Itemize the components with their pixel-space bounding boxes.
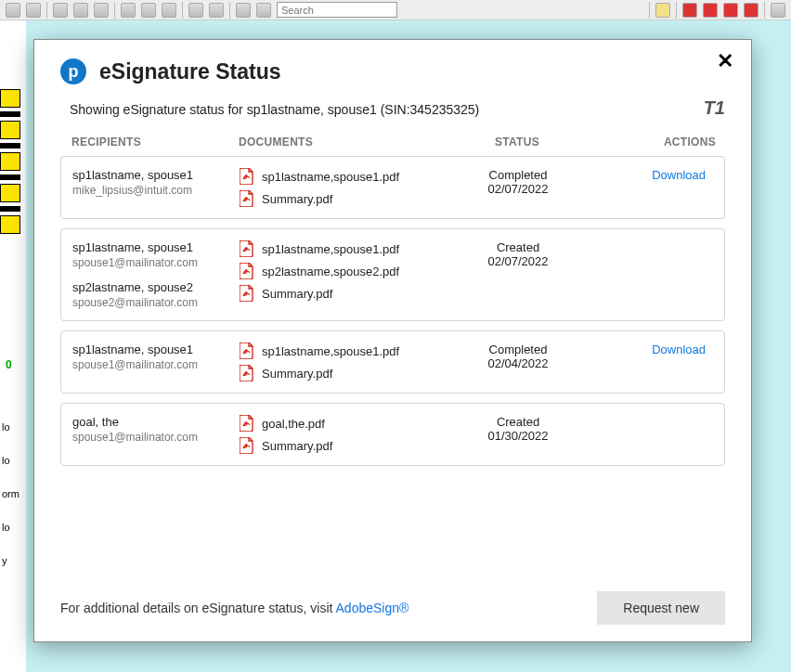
toolbar-icon[interactable] [121,3,136,18]
document-name: Summary.pdf [262,287,332,301]
document-name: Summary.pdf [262,367,332,381]
document-item: sp2lastname,spouse2.pdf [240,263,453,279]
recipient: sp1lastname, spouse1spouse1@mailinator.c… [72,240,240,269]
form-type-label: T1 [704,97,725,119]
column-headers: RECIPIENTS DOCUMENTS STATUS ACTIONS [60,136,725,156]
recipient: sp2lastname, spouse2spouse2@mailinator.c… [72,280,240,309]
document-item: sp1lastname,spouse1.pdf [240,240,453,257]
zero-label: 0 [6,358,12,371]
app-toolbar [0,0,791,20]
pdf-icon [240,168,254,185]
toolbar-icon[interactable] [141,3,156,18]
document-item: Summary.pdf [240,285,453,302]
recipient: sp1lastname, spouse1spouse1@mailinator.c… [72,342,240,371]
help-icon[interactable] [744,3,759,18]
col-status: STATUS [452,136,582,149]
esignature-status-dialog: ✕ p eSignature Status Showing eSignature… [33,39,752,642]
document-item: goal,the.pdf [240,415,453,432]
status-row: sp1lastname, spouse1spouse1@mailinator.c… [60,228,725,321]
check-icon[interactable] [682,3,697,18]
recipient-email: spouse1@mailinator.com [72,358,240,371]
document-item: sp1lastname,spouse1.pdf [240,168,453,185]
status-date: 01/30/2022 [453,429,583,443]
toolbar-icon[interactable] [236,3,251,18]
toolbar-icon[interactable] [6,3,20,18]
status-row: sp1lastname, spouse1mike_lipsius@intuit.… [60,156,725,219]
recipient-name: sp1lastname, spouse1 [72,240,240,254]
pdf-icon [240,285,254,302]
toolbar-icon[interactable] [209,3,224,18]
toolbar-icon[interactable] [256,3,271,18]
action-cell [583,240,713,309]
status-row: sp1lastname, spouse1spouse1@mailinator.c… [60,330,725,394]
col-actions: ACTIONS [582,136,725,149]
recipient-email: spouse1@mailinator.com [72,256,240,269]
action-cell: Download [583,342,713,381]
status-cell: Completed02/07/2022 [453,168,583,207]
recipient-name: goal, the [72,415,240,429]
action-cell [583,415,713,454]
toolbar-icon[interactable] [162,3,176,18]
recipient-email: mike_lipsius@intuit.com [72,184,240,197]
download-link[interactable]: Download [652,168,706,182]
status-text: Created [453,415,583,429]
document-name: sp2lastname,spouse2.pdf [262,265,399,278]
document-item: Summary.pdf [240,437,453,454]
adobesign-link[interactable]: AdobeSign® [336,601,409,615]
status-cell: Completed02/04/2022 [453,342,583,381]
toolbar-icon[interactable] [771,3,785,18]
pdf-icon [240,240,254,257]
document-name: sp1lastname,spouse1.pdf [262,344,399,358]
dialog-title: eSignature Status [99,59,281,84]
alert-icon[interactable] [655,3,670,18]
status-text: Created [453,240,583,254]
status-cell: Created02/07/2022 [453,240,583,309]
status-cell: Created01/30/2022 [453,415,583,454]
check-icon[interactable] [703,3,718,18]
document-name: Summary.pdf [262,192,332,206]
document-name: sp1lastname,spouse1.pdf [262,242,399,256]
recipient-email: spouse2@mailinator.com [72,296,240,309]
pdf-icon [240,342,254,359]
pdf-icon [240,190,254,207]
document-item: Summary.pdf [240,365,453,381]
status-text: Completed [453,168,583,182]
status-date: 02/04/2022 [453,356,583,370]
pdf-icon [240,415,254,432]
document-item: Summary.pdf [240,190,453,207]
document-item: sp1lastname,spouse1.pdf [240,342,453,359]
toolbar-icon[interactable] [53,3,68,18]
recipient-name: sp1lastname, spouse1 [72,342,240,356]
status-row: goal, thespouse1@mailinator.comgoal,the.… [60,403,725,466]
close-icon[interactable] [723,3,738,18]
col-recipients: RECIPIENTS [71,136,239,149]
app-logo-icon: p [60,58,86,84]
recipient-name: sp1lastname, spouse1 [72,168,240,182]
status-text: Completed [453,342,583,356]
document-name: sp1lastname,spouse1.pdf [262,170,399,184]
pdf-icon [240,437,254,454]
pdf-icon [240,365,254,381]
status-date: 02/07/2022 [453,254,583,268]
recipient: goal, thespouse1@mailinator.com [72,415,240,444]
dialog-subtitle: Showing eSignature status for sp1lastnam… [70,102,479,117]
recipient: sp1lastname, spouse1mike_lipsius@intuit.… [72,168,240,197]
toolbar-icon[interactable] [94,3,109,18]
close-button[interactable]: ✕ [716,53,734,71]
toolbar-icon[interactable] [73,3,88,18]
action-cell: Download [583,168,713,207]
pdf-icon [240,263,254,279]
search-input[interactable] [277,2,397,18]
col-documents: DOCUMENTS [239,136,452,149]
side-labels: lo lo orm lo y [0,399,21,588]
document-name: goal,the.pdf [262,417,325,431]
recipient-email: spouse1@mailinator.com [72,431,240,444]
recipient-name: sp2lastname, spouse2 [72,280,240,294]
status-date: 02/07/2022 [453,182,583,196]
toolbar-icon[interactable] [188,3,203,18]
download-link[interactable]: Download [652,342,706,356]
toolbar-icon[interactable] [26,3,41,18]
request-new-button[interactable]: Request new [597,591,725,625]
document-name: Summary.pdf [262,439,332,453]
footer-text: For additional details on eSignature sta… [60,601,408,615]
